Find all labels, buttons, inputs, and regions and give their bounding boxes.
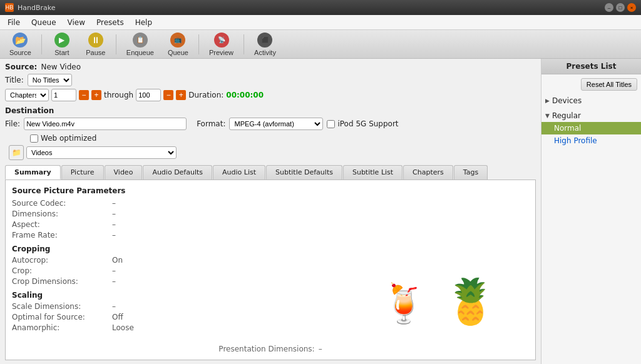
menubar: File Queue View Presets Help — [0, 15, 641, 30]
param-crop-dims-value: – — [112, 277, 116, 286]
chapters-select[interactable]: Chapters — [5, 89, 49, 101]
param-crop-value: – — [112, 266, 116, 275]
ipod-checkbox[interactable] — [327, 120, 335, 128]
enqueue-button[interactable]: 📋 Enqueue — [121, 30, 160, 59]
presets-panel: Presets List Reset All Titles ▶ Devices … — [541, 59, 641, 364]
source-row: Source: New Video — [5, 63, 536, 71]
preset-group-devices: ▶ Devices — [541, 93, 641, 108]
preset-item-high-profile[interactable]: High Profile — [541, 134, 641, 147]
reset-all-button[interactable]: Reset All Titles — [581, 78, 637, 91]
maximize-button[interactable]: □ — [616, 3, 625, 12]
tab-summary[interactable]: Summary — [5, 165, 61, 179]
regular-group-label: Regular — [552, 111, 581, 120]
source-label: Source: — [5, 63, 37, 71]
web-opt-label: Web optimized — [30, 134, 96, 143]
param-aspect-label: Aspect: — [12, 220, 112, 229]
enqueue-icon: 📋 — [133, 33, 148, 48]
param-aspect: Aspect: – — [12, 220, 529, 229]
activity-icon: ⬛ — [257, 33, 272, 48]
tab-picture[interactable]: Picture — [61, 165, 104, 179]
folder-row: Web optimized — [5, 133, 536, 143]
chapters-from-plus-button[interactable]: + — [91, 90, 101, 100]
param-optimal: Optimal for Source: Off — [12, 313, 529, 321]
activity-button-label: Activity — [254, 49, 276, 56]
param-crop-label: Crop: — [12, 266, 112, 275]
tab-chapters[interactable]: Chapters — [403, 165, 453, 179]
file-input[interactable] — [24, 118, 187, 130]
chapters-to-plus-button[interactable]: + — [176, 90, 186, 100]
preset-item-normal[interactable]: Normal — [541, 122, 641, 134]
param-aspect-value: – — [112, 220, 116, 229]
source-button[interactable]: 📂 Source — [4, 30, 37, 59]
pause-icon: ⏸ — [88, 33, 103, 48]
source-params-title: Source Picture Parameters — [12, 186, 529, 195]
file-label: File: — [5, 119, 20, 128]
scaling-title: Scaling — [12, 291, 529, 300]
preset-group-regular-header[interactable]: ▼ Regular — [541, 109, 641, 122]
app-title: HandBrake — [18, 4, 56, 12]
param-framerate: Frame Rate: – — [12, 231, 529, 240]
menu-view[interactable]: View — [63, 17, 90, 28]
tab-video[interactable]: Video — [105, 165, 143, 179]
title-label: Title: — [5, 76, 24, 84]
folder-select-row: 📁 Videos — [5, 145, 536, 160]
param-dimensions-value: – — [112, 210, 116, 218]
devices-arrow-icon: ▶ — [545, 98, 550, 104]
tab-content: Source Picture Parameters Source Codec: … — [5, 180, 536, 360]
pause-button[interactable]: ⏸ Pause — [80, 30, 111, 59]
chapters-to-input[interactable] — [136, 89, 161, 101]
preview-button-label: Preview — [209, 49, 233, 56]
chapters-from-minus-button[interactable]: − — [79, 90, 89, 100]
title-select[interactable]: No Titles — [28, 74, 72, 86]
main-area: Source: New Video Title: No Titles Chapt… — [0, 59, 641, 364]
devices-group-label: Devices — [552, 96, 582, 105]
param-framerate-value: – — [112, 231, 116, 240]
tabs: Summary Picture Video Audio Defaults Aud… — [5, 165, 536, 180]
start-button[interactable]: ▶ Start — [46, 30, 78, 59]
param-anamorphic: Anamorphic: Loose — [12, 323, 529, 332]
ipod-check-label: iPod 5G Support — [327, 119, 398, 128]
chapters-from-input[interactable] — [51, 89, 76, 101]
param-dimensions: Dimensions: – — [12, 210, 529, 218]
param-codec-value: – — [112, 199, 116, 208]
queue-icon: 📺 — [170, 33, 185, 48]
toolbar-separator-1 — [41, 34, 42, 54]
param-crop: Crop: – — [12, 266, 529, 275]
tab-audio-list[interactable]: Audio List — [213, 165, 265, 179]
preview-button[interactable]: 📡 Preview — [203, 30, 239, 59]
tab-tags[interactable]: Tags — [454, 165, 488, 179]
param-dimensions-label: Dimensions: — [12, 210, 112, 218]
param-codec: Source Codec: – — [12, 199, 529, 208]
tab-subtitle-defaults[interactable]: Subtitle Defaults — [266, 165, 342, 179]
enqueue-button-label: Enqueue — [126, 49, 154, 56]
presentation-value: – — [319, 345, 322, 353]
chapters-to-minus-button[interactable]: − — [163, 90, 173, 100]
param-optimal-value: Off — [112, 313, 123, 321]
tab-audio-defaults[interactable]: Audio Defaults — [143, 165, 212, 179]
ipod-label: iPod 5G Support — [337, 119, 398, 128]
toolbar-separator-3 — [198, 34, 199, 54]
presentation-label: Presentation Dimensions: — [218, 345, 314, 353]
param-scale-dims-value: – — [112, 302, 116, 311]
file-row: File: Format: MPEG-4 (avformat) MKV (Mat… — [5, 118, 536, 130]
pause-button-label: Pause — [86, 49, 105, 56]
start-icon: ▶ — [54, 33, 69, 48]
menu-help[interactable]: Help — [130, 17, 157, 28]
tab-subtitle-list[interactable]: Subtitle List — [343, 165, 403, 179]
format-select[interactable]: MPEG-4 (avformat) MKV (Matroska) — [229, 118, 323, 130]
preset-group-regular: ▼ Regular Normal High Profile — [541, 108, 641, 148]
folder-icon-btn[interactable]: 📁 — [9, 145, 24, 160]
param-anamorphic-label: Anamorphic: — [12, 323, 112, 332]
menu-file[interactable]: File — [3, 17, 25, 28]
queue-button[interactable]: 📺 Queue — [162, 30, 194, 59]
param-autocrop-label: Autocrop: — [12, 256, 112, 265]
preset-group-devices-header[interactable]: ▶ Devices — [541, 94, 641, 107]
activity-button[interactable]: ⬛ Activity — [249, 30, 282, 59]
duration-value: 00:00:00 — [226, 91, 264, 99]
web-opt-checkbox[interactable] — [30, 134, 38, 143]
close-button[interactable]: × — [627, 3, 636, 12]
minimize-button[interactable]: – — [605, 3, 613, 12]
menu-queue[interactable]: Queue — [26, 17, 61, 28]
folder-select[interactable]: Videos — [26, 146, 177, 159]
menu-presets[interactable]: Presets — [91, 17, 129, 28]
